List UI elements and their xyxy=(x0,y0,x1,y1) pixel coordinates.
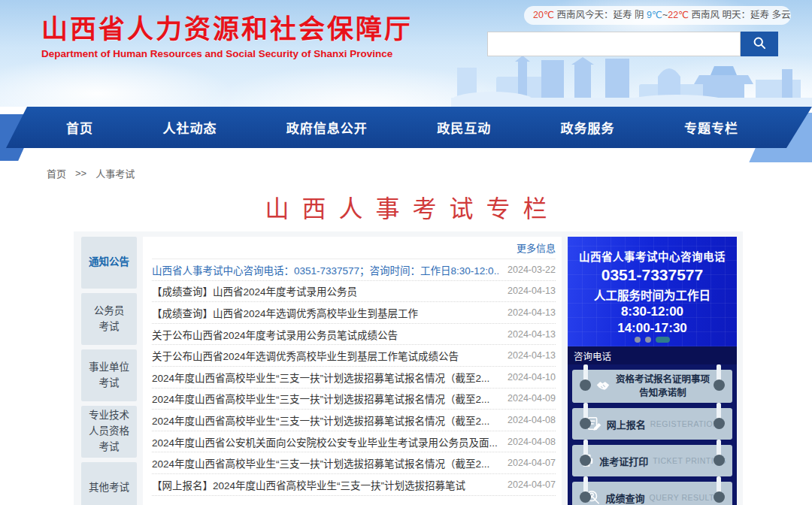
nav-item-home[interactable]: 首页 xyxy=(66,118,93,137)
site-subtitle-en: Department of Human Resources and Social… xyxy=(41,48,462,59)
list-item[interactable]: 2024年度山西省高校毕业生“三支一扶”计划选拔招募笔试报名情况（截至2... … xyxy=(152,367,556,389)
list-item[interactable]: 【成绩查询】山西省2024年度考试录用公务员 2024-04-13 xyxy=(152,281,556,303)
news-date: 2024-04-07 xyxy=(508,479,556,490)
news-date: 2024-04-09 xyxy=(508,393,556,404)
news-date: 2024-04-08 xyxy=(508,415,556,425)
tab-other-exams[interactable]: 其他考试 xyxy=(81,462,137,505)
weather-ticker: 20℃ 西南风今天：延寿 阴 9℃~22℃ 西南风 明天：延寿 多云转阴 xyxy=(524,6,791,25)
list-item[interactable]: 2024年度山西省高校毕业生“三支一扶”计划选拔招募笔试报名情况（截至2... … xyxy=(152,410,556,431)
handshake-icon xyxy=(595,378,611,395)
search-input[interactable] xyxy=(487,32,741,56)
weather-temp-low: 9℃ xyxy=(647,10,662,20)
nav-item-services[interactable]: 政务服务 xyxy=(561,118,615,137)
nav-item-gov-info[interactable]: 政府信息公开 xyxy=(286,118,368,137)
service-ticket-printing-button[interactable]: 准考证打印 TICKET PRINTING xyxy=(572,445,732,476)
site-logo: 山西省人力资源和社会保障厅 Department of Human Resour… xyxy=(41,8,462,59)
news-date: 2024-04-13 xyxy=(508,307,556,318)
weather-text-2: 西南风 明天：延寿 多云转阴 xyxy=(689,10,791,20)
carousel-dot[interactable] xyxy=(645,337,651,343)
news-date: 2024-04-13 xyxy=(508,350,556,361)
service-registration-button[interactable]: 网上报名 REGISTERATION xyxy=(572,408,732,440)
list-item[interactable]: 【网上报名】2024年度山西省高校毕业生“三支一扶”计划选拔招募笔试 2024-… xyxy=(152,474,556,496)
tab-notices[interactable]: 通知公告 xyxy=(81,237,137,289)
rivet-decor xyxy=(714,455,725,466)
banner-phone-number: 0351-7337577 xyxy=(568,266,737,284)
list-item[interactable]: 关于公布山西省2024年度考试录用公务员笔试成绩公告 2024-04-13 xyxy=(152,324,556,346)
list-item[interactable]: 2024年度山西省高校毕业生“三支一扶”计划选拔招募笔试报名情况（截至2... … xyxy=(152,452,556,474)
news-link[interactable]: 【成绩查询】山西省2024年选调优秀高校毕业生到基层工作 xyxy=(152,305,498,320)
news-link[interactable]: 山西省人事考试中心咨询电话：0351-7337577；咨询时间：工作日8:30-… xyxy=(152,262,498,277)
site-header: 山西省人力资源和社会保障厅 Department of Human Resour… xyxy=(0,0,812,107)
banner-time-2: 14:00-17:30 xyxy=(568,321,737,336)
service-label-en: REGISTERATION xyxy=(650,419,719,428)
breadcrumb-home[interactable]: 首页 xyxy=(47,166,66,180)
page-title: 山西人事考试专栏 xyxy=(0,189,812,224)
news-link[interactable]: 2024年度山西省公安机关面向公安院校公安专业毕业生考试录用公务员及面... xyxy=(152,434,498,449)
news-date: 2024-04-08 xyxy=(508,437,556,447)
banner-caption: 咨询电话 xyxy=(568,346,737,364)
search-icon xyxy=(752,35,767,53)
main-nav: 首页 人社动态 政府信息公开 政民互动 政务服务 专题专栏 xyxy=(0,107,812,148)
service-query-results-button[interactable]: 成绩查询 QUERY RESULTS xyxy=(572,482,732,505)
tab-professional-qualification-exam[interactable]: 专业技术 人员资格 考试 xyxy=(81,406,137,458)
news-list-panel: 更多信息 山西省人事考试中心咨询电话：0351-7337577；咨询时间：工作日… xyxy=(143,237,562,505)
news-list-header: 更多信息 xyxy=(152,237,556,259)
service-label: 告知承诺制 xyxy=(639,386,686,400)
search-button[interactable] xyxy=(741,32,778,56)
content-panel: 通知公告 公务员 考试 事业单位 考试 专业技术 人员资格 考试 其他考试 更多… xyxy=(74,231,743,505)
weather-text-1: 西南风今天：延寿 阴 xyxy=(554,10,647,20)
list-item[interactable]: 2024年度山西省公安机关面向公安院校公安专业毕业生考试录用公务员及面... 2… xyxy=(152,431,556,453)
news-date: 2024-04-13 xyxy=(508,286,556,296)
nav-item-special[interactable]: 专题专栏 xyxy=(684,118,738,137)
list-item[interactable]: 【成绩查询】山西省2024年选调优秀高校毕业生到基层工作 2024-04-13 xyxy=(152,302,556,324)
news-link[interactable]: 2024年度山西省高校毕业生“三支一扶”计划选拔招募笔试报名情况（截至2... xyxy=(152,370,498,385)
news-link[interactable]: 2024年度山西省高校毕业生“三支一扶”计划选拔招募笔试报名情况（截至2... xyxy=(152,391,498,406)
service-label-en: QUERY RESULTS xyxy=(650,493,720,502)
rivet-decor xyxy=(714,380,725,391)
service-label: 资格考试报名证明事项 xyxy=(616,373,710,386)
right-sidebar: 山西省人事考试中心咨询电话 0351-7337577 人工服务时间为工作日 8:… xyxy=(568,237,737,505)
carousel-dot-active[interactable] xyxy=(656,337,670,343)
breadcrumb-separator: >> xyxy=(75,168,86,179)
news-link[interactable]: 2024年度山西省高校毕业生“三支一扶”计划选拔招募笔试报名情况（截至2... xyxy=(152,413,498,428)
rivet-decor xyxy=(580,491,591,503)
tab-public-institution-exam[interactable]: 事业单位 考试 xyxy=(81,349,137,401)
site-search xyxy=(487,32,778,56)
service-label: 准考证打印 xyxy=(599,454,648,468)
nav-item-interaction[interactable]: 政民互动 xyxy=(437,118,491,137)
news-date: 2024-04-07 xyxy=(508,458,556,468)
news-link[interactable]: 关于公布山西省2024年度考试录用公务员笔试成绩公告 xyxy=(152,327,498,342)
list-item[interactable]: 2024年度山西省高校毕业生“三支一扶”计划选拔招募笔试报名情况（截至2... … xyxy=(152,389,556,410)
weather-temp-high: 22℃ xyxy=(668,10,689,20)
service-commitment-button[interactable]: 资格考试报名证明事项 告知承诺制 xyxy=(572,370,732,403)
city-skyline-illustration xyxy=(451,54,812,107)
carousel-dot[interactable] xyxy=(635,337,641,343)
rivet-decor xyxy=(580,418,591,429)
consult-phone-banner[interactable]: 山西省人事考试中心咨询电话 0351-7337577 人工服务时间为工作日 8:… xyxy=(568,237,737,346)
news-link[interactable]: 2024年度山西省高校毕业生“三支一扶”计划选拔招募笔试报名情况（截至2... xyxy=(152,455,498,470)
breadcrumb-current: 人事考试 xyxy=(95,166,135,180)
carousel-dots xyxy=(568,337,737,343)
weather-temp-now: 20℃ xyxy=(533,10,554,20)
category-tabs: 通知公告 公务员 考试 事业单位 考试 专业技术 人员资格 考试 其他考试 xyxy=(81,237,137,505)
rivet-decor xyxy=(580,455,591,466)
list-item[interactable]: 关于公布山西省2024年选调优秀高校毕业生到基层工作笔试成绩公告 2024-04… xyxy=(152,345,556,367)
service-buttons: 资格考试报名证明事项 告知承诺制 网上报名 REGISTERATION xyxy=(568,364,737,505)
banner-line-1: 山西省人事考试中心咨询电话 xyxy=(568,248,737,264)
list-item[interactable]: 山西省人事考试中心咨询电话：0351-7337577；咨询时间：工作日8:30-… xyxy=(152,259,556,281)
more-info-link[interactable]: 更多信息 xyxy=(517,240,556,255)
news-link[interactable]: 【成绩查询】山西省2024年度考试录用公务员 xyxy=(152,283,498,298)
news-date: 2024-04-10 xyxy=(508,372,556,383)
breadcrumb: 首页 >> 人事考试 xyxy=(47,166,135,180)
news-date: 2024-03-22 xyxy=(508,265,556,275)
banner-time-1: 8:30-12:00 xyxy=(568,304,737,319)
rivet-decor xyxy=(714,418,725,429)
nav-item-hr-news[interactable]: 人社动态 xyxy=(162,118,217,137)
site-title: 山西省人力资源和社会保障厅 xyxy=(41,8,462,46)
news-link[interactable]: 【网上报名】2024年度山西省高校毕业生“三支一扶”计划选拔招募笔试 xyxy=(152,477,498,492)
banner-line-3: 人工服务时间为工作日 xyxy=(568,286,737,303)
news-link[interactable]: 关于公布山西省2024年选调优秀高校毕业生到基层工作笔试成绩公告 xyxy=(152,348,498,363)
tab-civil-servant-exam[interactable]: 公务员 考试 xyxy=(81,293,137,345)
news-date: 2024-04-13 xyxy=(508,329,556,340)
rivet-decor xyxy=(714,491,725,503)
